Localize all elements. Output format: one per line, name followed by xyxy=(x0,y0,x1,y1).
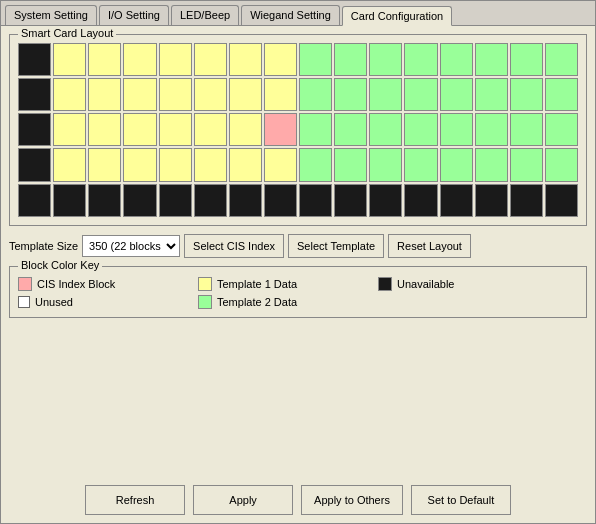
card-cell-1-6[interactable] xyxy=(229,78,262,111)
card-cell-4-7[interactable] xyxy=(264,184,297,217)
spacer xyxy=(9,326,587,473)
select-cis-index-button[interactable]: Select CIS Index xyxy=(184,234,284,258)
card-cell-4-5[interactable] xyxy=(194,184,227,217)
card-cell-0-12[interactable] xyxy=(440,43,473,76)
tab-card-configuration[interactable]: Card Configuration xyxy=(342,6,452,26)
card-cell-1-12[interactable] xyxy=(440,78,473,111)
card-cell-0-0[interactable] xyxy=(18,43,51,76)
card-cell-3-1[interactable] xyxy=(53,148,86,181)
card-cell-0-2[interactable] xyxy=(88,43,121,76)
card-cell-4-10[interactable] xyxy=(369,184,402,217)
card-cell-2-12[interactable] xyxy=(440,113,473,146)
refresh-button[interactable]: Refresh xyxy=(85,485,185,515)
card-cell-2-6[interactable] xyxy=(229,113,262,146)
card-cell-1-9[interactable] xyxy=(334,78,367,111)
card-cell-0-14[interactable] xyxy=(510,43,543,76)
card-cell-3-15[interactable] xyxy=(545,148,578,181)
card-cell-1-13[interactable] xyxy=(475,78,508,111)
card-cell-1-8[interactable] xyxy=(299,78,332,111)
card-cell-2-14[interactable] xyxy=(510,113,543,146)
card-cell-1-11[interactable] xyxy=(404,78,437,111)
card-cell-3-10[interactable] xyxy=(369,148,402,181)
card-cell-0-7[interactable] xyxy=(264,43,297,76)
card-cell-4-4[interactable] xyxy=(159,184,192,217)
card-cell-2-8[interactable] xyxy=(299,113,332,146)
card-cell-2-0[interactable] xyxy=(18,113,51,146)
card-cell-0-13[interactable] xyxy=(475,43,508,76)
card-cell-4-13[interactable] xyxy=(475,184,508,217)
card-cell-1-15[interactable] xyxy=(545,78,578,111)
card-cell-4-6[interactable] xyxy=(229,184,262,217)
apply-button[interactable]: Apply xyxy=(193,485,293,515)
card-cell-4-8[interactable] xyxy=(299,184,332,217)
card-cell-2-2[interactable] xyxy=(88,113,121,146)
card-cell-4-12[interactable] xyxy=(440,184,473,217)
card-cell-4-11[interactable] xyxy=(404,184,437,217)
unavailable-swatch xyxy=(378,277,392,291)
set-to-default-button[interactable]: Set to Default xyxy=(411,485,511,515)
card-cell-3-0[interactable] xyxy=(18,148,51,181)
card-cell-2-4[interactable] xyxy=(159,113,192,146)
card-cell-3-9[interactable] xyxy=(334,148,367,181)
card-cell-2-11[interactable] xyxy=(404,113,437,146)
cis-index-label: CIS Index Block xyxy=(37,278,115,290)
card-cell-0-8[interactable] xyxy=(299,43,332,76)
card-cell-2-10[interactable] xyxy=(369,113,402,146)
card-cell-3-7[interactable] xyxy=(264,148,297,181)
template2-swatch xyxy=(198,295,212,309)
card-cell-0-3[interactable] xyxy=(123,43,156,76)
card-cell-1-10[interactable] xyxy=(369,78,402,111)
select-template-button[interactable]: Select Template xyxy=(288,234,384,258)
card-cell-3-8[interactable] xyxy=(299,148,332,181)
card-cell-0-6[interactable] xyxy=(229,43,262,76)
card-cell-1-5[interactable] xyxy=(194,78,227,111)
card-cell-0-15[interactable] xyxy=(545,43,578,76)
card-cell-2-15[interactable] xyxy=(545,113,578,146)
card-cell-3-6[interactable] xyxy=(229,148,262,181)
reset-layout-button[interactable]: Reset Layout xyxy=(388,234,471,258)
card-cell-2-9[interactable] xyxy=(334,113,367,146)
tab-io-setting[interactable]: I/O Setting xyxy=(99,5,169,25)
apply-to-others-button[interactable]: Apply to Others xyxy=(301,485,403,515)
card-cell-1-14[interactable] xyxy=(510,78,543,111)
card-cell-3-11[interactable] xyxy=(404,148,437,181)
card-cell-2-3[interactable] xyxy=(123,113,156,146)
card-cell-0-5[interactable] xyxy=(194,43,227,76)
card-cell-1-4[interactable] xyxy=(159,78,192,111)
card-cell-3-4[interactable] xyxy=(159,148,192,181)
card-cell-4-2[interactable] xyxy=(88,184,121,217)
card-cell-4-3[interactable] xyxy=(123,184,156,217)
card-cell-4-0[interactable] xyxy=(18,184,51,217)
card-cell-2-5[interactable] xyxy=(194,113,227,146)
card-cell-1-2[interactable] xyxy=(88,78,121,111)
card-cell-2-13[interactable] xyxy=(475,113,508,146)
tab-system-setting[interactable]: System Setting xyxy=(5,5,97,25)
card-cell-4-9[interactable] xyxy=(334,184,367,217)
card-cell-0-1[interactable] xyxy=(53,43,86,76)
card-cell-0-9[interactable] xyxy=(334,43,367,76)
card-cell-4-14[interactable] xyxy=(510,184,543,217)
card-cell-4-15[interactable] xyxy=(545,184,578,217)
card-cell-3-5[interactable] xyxy=(194,148,227,181)
card-cell-3-3[interactable] xyxy=(123,148,156,181)
card-cell-1-3[interactable] xyxy=(123,78,156,111)
template-size-select[interactable]: 350 (22 blocks xyxy=(82,235,180,257)
card-cell-2-7[interactable] xyxy=(264,113,297,146)
card-cell-4-1[interactable] xyxy=(53,184,86,217)
tab-led-beep[interactable]: LED/Beep xyxy=(171,5,239,25)
card-cell-1-0[interactable] xyxy=(18,78,51,111)
card-cell-0-10[interactable] xyxy=(369,43,402,76)
card-cell-0-11[interactable] xyxy=(404,43,437,76)
card-cell-3-12[interactable] xyxy=(440,148,473,181)
card-cell-1-1[interactable] xyxy=(53,78,86,111)
card-cell-3-13[interactable] xyxy=(475,148,508,181)
template1-swatch xyxy=(198,277,212,291)
template-size-label: Template Size xyxy=(9,240,78,252)
card-cell-0-4[interactable] xyxy=(159,43,192,76)
card-cell-1-7[interactable] xyxy=(264,78,297,111)
template-size-row: Template Size 350 (22 blocks Select CIS … xyxy=(9,234,587,258)
card-cell-3-2[interactable] xyxy=(88,148,121,181)
card-cell-3-14[interactable] xyxy=(510,148,543,181)
tab-wiegand-setting[interactable]: Wiegand Setting xyxy=(241,5,340,25)
card-cell-2-1[interactable] xyxy=(53,113,86,146)
